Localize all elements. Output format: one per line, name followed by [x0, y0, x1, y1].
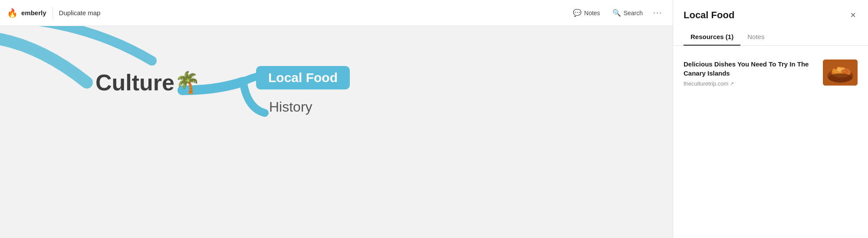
- external-link-icon: ↗: [730, 81, 734, 86]
- svg-point-9: [840, 66, 842, 68]
- palm-emoji: 🌴: [174, 70, 201, 95]
- local-food-node[interactable]: Local Food: [256, 66, 350, 89]
- more-options-icon: ···: [653, 8, 662, 17]
- svg-point-7: [835, 67, 837, 69]
- panel-tabs: Resources (1) Notes: [673, 29, 868, 46]
- history-label: History: [269, 99, 312, 115]
- panel-content: Delicious Dishes You Need To Try In The …: [673, 46, 868, 238]
- app-logo-text: emberly: [21, 9, 46, 17]
- resource-url-text: theculturetrip.com: [684, 80, 728, 87]
- toolbar-right: 💬 Notes 🔍 Search ···: [568, 6, 666, 20]
- logo-area: 🔥 emberly: [7, 8, 46, 18]
- right-panel: Local Food × Resources (1) Notes Delicio…: [673, 0, 868, 238]
- culture-label: Culture: [95, 69, 174, 96]
- panel-header: Local Food ×: [673, 0, 868, 22]
- toolbar-divider: [53, 7, 53, 19]
- tab-notes[interactable]: Notes: [740, 29, 771, 46]
- search-button[interactable]: 🔍 Search: [607, 6, 648, 20]
- map-title: Duplicate map: [59, 9, 101, 17]
- resource-title: Delicious Dishes You Need To Try In The …: [684, 60, 816, 78]
- search-button-label: Search: [624, 10, 643, 17]
- svg-point-6: [841, 69, 848, 74]
- resource-card[interactable]: Delicious Dishes You Need To Try In The …: [684, 54, 858, 92]
- toolbar: 🔥 emberly Duplicate map 💬 Notes 🔍 Search…: [0, 0, 673, 26]
- emberly-logo-icon: 🔥: [7, 8, 18, 18]
- panel-title: Local Food: [684, 10, 734, 21]
- resource-thumbnail: [823, 60, 858, 86]
- connections-svg: [0, 26, 673, 238]
- notes-button[interactable]: 💬 Notes: [568, 6, 605, 20]
- tab-resources[interactable]: Resources (1): [684, 29, 740, 46]
- close-panel-button[interactable]: ×: [848, 9, 858, 22]
- notes-icon: 💬: [573, 9, 582, 17]
- more-options-button[interactable]: ···: [650, 6, 666, 20]
- resource-info: Delicious Dishes You Need To Try In The …: [684, 60, 816, 87]
- local-food-label: Local Food: [268, 70, 338, 85]
- culture-node[interactable]: Culture🌴: [95, 69, 201, 96]
- svg-point-10: [828, 73, 852, 82]
- map-area: 🔥 emberly Duplicate map 💬 Notes 🔍 Search…: [0, 0, 673, 238]
- svg-point-8: [845, 68, 847, 70]
- history-node[interactable]: History: [269, 99, 312, 115]
- food-thumbnail-svg: [823, 60, 858, 86]
- notes-button-label: Notes: [584, 10, 600, 17]
- mind-map-canvas: Culture🌴 Local Food History: [0, 26, 673, 238]
- search-icon: 🔍: [612, 9, 621, 17]
- resource-url: theculturetrip.com ↗: [684, 80, 816, 87]
